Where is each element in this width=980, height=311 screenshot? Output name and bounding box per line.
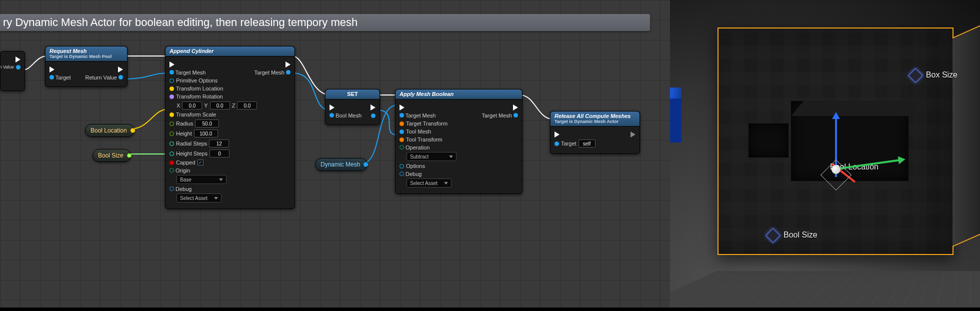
pin-origin[interactable]: Origin Base [170,168,290,184]
rot-y-input[interactable] [210,102,230,110]
node-title: Append Cylinder [166,46,294,56]
height-steps-input[interactable] [210,150,230,158]
origin-dropdown[interactable]: Base [176,175,226,184]
exec-in[interactable] [50,66,54,72]
node-release-compute-meshes[interactable]: Release All Compute Meshes Target is Dyn… [550,111,640,154]
target-self-input[interactable] [578,140,596,148]
comment-text: ry Dynamic Mesh Actor for boolean editin… [3,16,358,28]
pin-height-steps[interactable]: Height Steps [170,150,290,158]
pin-height[interactable]: Height [170,130,290,138]
node-append-cylinder[interactable]: Append Cylinder Target Mesh Target Mesh … [165,46,295,209]
var-bool-location[interactable]: Bool Location [85,124,134,137]
gizmo-origin-sphere[interactable] [832,165,840,174]
exec-out[interactable] [118,66,123,72]
pin-options[interactable]: Options [400,163,518,169]
out-exec[interactable] [4,56,20,62]
pin-return[interactable]: Return Value [86,74,123,80]
node-title: Request Mesh Target is Dynamic Mesh Pool [46,46,127,62]
pin-tool-transform[interactable]: Tool Transform [400,136,518,142]
pin-primitive-options[interactable]: Primitive Options [170,78,290,84]
capped-checkbox[interactable]: ✓ [198,160,204,166]
diamond-icon [765,228,780,243]
radius-input[interactable] [195,120,219,128]
exec-in[interactable] [400,104,404,110]
out-return-value[interactable]: Return Value [4,64,20,70]
out-target-mesh[interactable]: Target Mesh [254,70,290,76]
radial-steps-input[interactable] [209,140,229,148]
exec-out[interactable] [286,62,290,68]
background-cube-blue [670,88,682,142]
pin-transform-location[interactable]: Transform Location [170,86,290,92]
operation-dropdown[interactable]: Subtract [406,152,456,161]
blueprint-graph-panel[interactable]: ry Dynamic Mesh Actor for boolean editin… [0,0,670,308]
node-title: Release All Compute Meshes Target is Dyn… [550,112,640,126]
exec-in[interactable] [170,62,174,68]
boolean-hole-small [748,124,788,158]
out-target-mesh[interactable]: Target Mesh [482,112,518,118]
pin-debug[interactable]: Debug Select Asset [170,186,290,202]
node-title: SET [326,90,380,100]
gizmo-frame [820,160,852,190]
rotation-values: X Y Z [170,102,290,110]
pin-capped[interactable]: Capped ✓ [170,160,290,166]
pin-tool-mesh[interactable]: Tool Mesh [400,128,518,134]
gizmo-axis-y-green[interactable] [836,159,900,170]
exec-out[interactable] [630,132,636,138]
diamond-icon [908,68,923,83]
pin-target-transform[interactable]: Target Transform [400,120,518,126]
exec-out[interactable] [370,104,376,110]
node-set-bool-mesh[interactable]: SET Bool Mesh [325,89,380,125]
node-title: Apply Mesh Boolean [396,90,522,100]
var-bool-size[interactable]: Bool Size [92,149,131,162]
pin-transform-rotation[interactable]: Transform Rotation [170,94,290,100]
node-truncated-left[interactable]: Return Value [0,51,25,91]
exec-in[interactable] [330,104,334,110]
transform-gizmo[interactable] [805,115,905,200]
out-value[interactable] [371,114,376,118]
label-box-size[interactable]: Box Size [910,70,958,81]
node-request-mesh[interactable]: Request Mesh Target is Dynamic Mesh Pool… [45,46,128,87]
viewport-3d[interactable]: Box Size Bool Location Bool Size [670,0,980,308]
pin-target[interactable]: Target [50,74,70,80]
pin-target-mesh[interactable]: Target Mesh [400,112,436,118]
rot-z-input[interactable] [237,102,257,110]
rot-x-input[interactable] [182,102,202,110]
pin-transform-scale[interactable]: Transform Scale [170,112,290,118]
pin-target-mesh[interactable]: Target Mesh [170,70,206,76]
var-dynamic-mesh[interactable]: Dynamic Mesh [315,158,368,171]
pin-radius[interactable]: Radius [170,120,290,128]
height-input[interactable] [194,130,218,138]
pin-bool-mesh[interactable]: Bool Mesh [330,112,376,118]
ground-grid [670,271,980,308]
pin-radial-steps[interactable]: Radial Steps [170,140,290,148]
debug-dropdown[interactable]: Select Asset [406,178,452,188]
pin-operation[interactable]: Operation Subtract [400,144,518,161]
pin-debug[interactable]: Debug Select Asset [400,171,518,188]
comment-header[interactable]: ry Dynamic Mesh Actor for boolean editin… [0,14,650,31]
node-apply-mesh-boolean[interactable]: Apply Mesh Boolean Target Mesh Target Me… [395,89,522,194]
debug-dropdown[interactable]: Select Asset [176,194,222,202]
pin-target[interactable]: Target [554,140,636,148]
label-bool-size[interactable]: Bool Size [768,230,818,241]
exec-out[interactable] [513,104,518,110]
exec-in[interactable] [554,132,560,138]
